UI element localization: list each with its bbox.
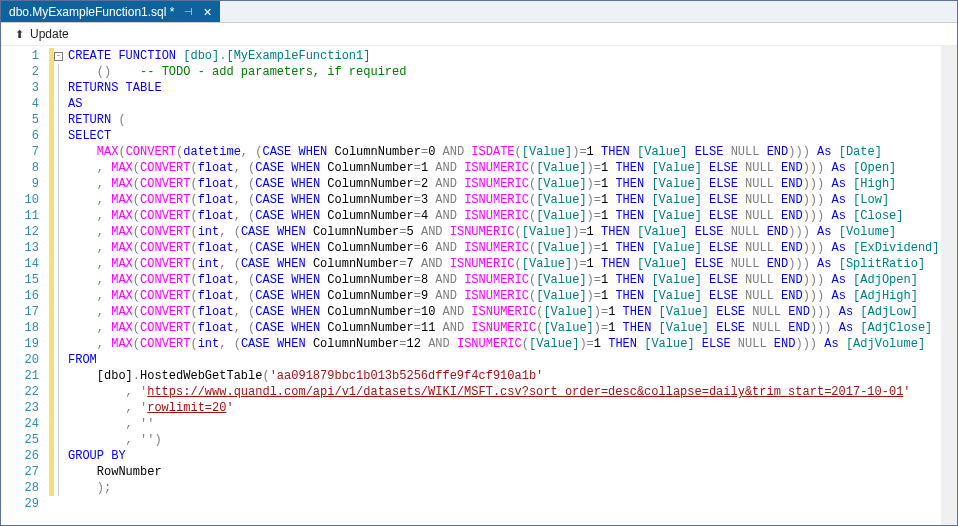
- close-icon[interactable]: ×: [203, 5, 211, 19]
- vertical-scrollbar[interactable]: [941, 46, 957, 526]
- breadcrumb-label[interactable]: Update: [30, 27, 69, 41]
- breadcrumb-bar: ⬆ Update: [1, 23, 957, 46]
- arrow-up-icon[interactable]: ⬆: [15, 28, 24, 41]
- code-content[interactable]: CREATE FUNCTION [dbo].[MyExampleFunction…: [68, 46, 957, 526]
- fold-column: -: [54, 46, 68, 526]
- tab-bar: dbo.MyExampleFunction1.sql * ⊣ ×: [1, 1, 957, 23]
- pin-icon[interactable]: ⊣: [184, 6, 193, 17]
- line-number-gutter: 1234567891011121314151617181920212223242…: [1, 46, 49, 526]
- tab-title: dbo.MyExampleFunction1.sql *: [9, 5, 174, 19]
- file-tab[interactable]: dbo.MyExampleFunction1.sql * ⊣ ×: [1, 1, 220, 22]
- code-editor[interactable]: 1234567891011121314151617181920212223242…: [1, 46, 957, 526]
